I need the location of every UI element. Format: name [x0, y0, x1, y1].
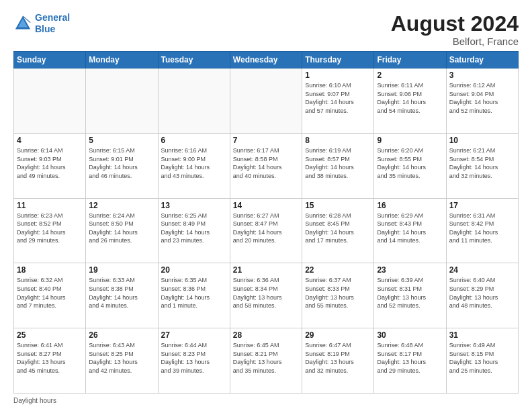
- logo-blue: Blue: [35, 24, 55, 34]
- day-info-28: Sunrise: 6:45 AM Sunset: 8:21 PM Dayligh…: [233, 341, 299, 375]
- day-info-1: Sunrise: 6:10 AM Sunset: 9:07 PM Dayligh…: [305, 81, 371, 115]
- day-cell-14: 14Sunrise: 6:27 AM Sunset: 8:47 PM Dayli…: [230, 198, 302, 263]
- location: Belfort, France: [391, 36, 519, 47]
- day-number-15: 15: [305, 201, 371, 210]
- day-cell-15: 15Sunrise: 6:28 AM Sunset: 8:45 PM Dayli…: [302, 198, 374, 263]
- page: General Blue August 2024 Belfort, France…: [0, 0, 532, 411]
- header: General Blue August 2024 Belfort, France: [13, 12, 519, 47]
- month-year: August 2024: [391, 12, 519, 36]
- day-info-3: Sunrise: 6:12 AM Sunset: 9:04 PM Dayligh…: [449, 81, 515, 115]
- calendar-header-tuesday: Tuesday: [158, 52, 230, 68]
- day-info-22: Sunrise: 6:37 AM Sunset: 8:33 PM Dayligh…: [305, 276, 371, 310]
- day-info-5: Sunrise: 6:15 AM Sunset: 9:01 PM Dayligh…: [89, 146, 154, 180]
- day-info-31: Sunrise: 6:49 AM Sunset: 8:15 PM Dayligh…: [449, 341, 515, 375]
- day-number-7: 7: [233, 136, 299, 145]
- day-info-15: Sunrise: 6:28 AM Sunset: 8:45 PM Dayligh…: [305, 212, 371, 245]
- day-info-17: Sunrise: 6:31 AM Sunset: 8:42 PM Dayligh…: [449, 212, 515, 245]
- day-cell-23: 23Sunrise: 6:39 AM Sunset: 8:31 PM Dayli…: [374, 263, 446, 328]
- week-row-0: 1Sunrise: 6:10 AM Sunset: 9:07 PM Daylig…: [14, 68, 519, 134]
- day-cell-5: 5Sunrise: 6:15 AM Sunset: 9:01 PM Daylig…: [86, 133, 158, 198]
- day-number-25: 25: [17, 330, 83, 340]
- day-info-21: Sunrise: 6:36 AM Sunset: 8:34 PM Dayligh…: [233, 276, 299, 310]
- day-number-16: 16: [377, 201, 443, 210]
- day-number-10: 10: [449, 136, 515, 145]
- day-info-7: Sunrise: 6:17 AM Sunset: 8:58 PM Dayligh…: [233, 146, 299, 180]
- calendar-header-wednesday: Wednesday: [230, 52, 302, 68]
- day-number-20: 20: [161, 265, 227, 275]
- day-info-26: Sunrise: 6:43 AM Sunset: 8:25 PM Dayligh…: [89, 341, 154, 375]
- day-number-31: 31: [449, 330, 515, 340]
- day-number-4: 4: [17, 136, 83, 145]
- day-number-17: 17: [449, 201, 515, 210]
- calendar-header-thursday: Thursday: [302, 52, 374, 68]
- day-number-8: 8: [305, 136, 371, 145]
- logo-text: General Blue: [35, 12, 70, 35]
- day-info-19: Sunrise: 6:33 AM Sunset: 8:38 PM Dayligh…: [89, 276, 154, 310]
- day-info-4: Sunrise: 6:14 AM Sunset: 9:03 PM Dayligh…: [17, 146, 83, 180]
- day-info-2: Sunrise: 6:11 AM Sunset: 9:06 PM Dayligh…: [377, 81, 443, 115]
- day-number-1: 1: [305, 71, 371, 80]
- day-cell-30: 30Sunrise: 6:48 AM Sunset: 8:17 PM Dayli…: [374, 328, 446, 394]
- day-number-26: 26: [89, 330, 154, 340]
- day-info-8: Sunrise: 6:19 AM Sunset: 8:57 PM Dayligh…: [305, 146, 371, 180]
- day-cell-17: 17Sunrise: 6:31 AM Sunset: 8:42 PM Dayli…: [446, 198, 518, 263]
- day-cell-21: 21Sunrise: 6:36 AM Sunset: 8:34 PM Dayli…: [230, 263, 302, 328]
- day-cell-1: 1Sunrise: 6:10 AM Sunset: 9:07 PM Daylig…: [302, 68, 374, 134]
- day-cell-16: 16Sunrise: 6:29 AM Sunset: 8:43 PM Dayli…: [374, 198, 446, 263]
- empty-cell: [230, 68, 302, 134]
- day-number-29: 29: [305, 330, 371, 340]
- day-cell-29: 29Sunrise: 6:47 AM Sunset: 8:19 PM Dayli…: [302, 328, 374, 394]
- day-cell-9: 9Sunrise: 6:20 AM Sunset: 8:55 PM Daylig…: [374, 133, 446, 198]
- title-block: August 2024 Belfort, France: [391, 12, 519, 47]
- day-info-24: Sunrise: 6:40 AM Sunset: 8:29 PM Dayligh…: [449, 276, 515, 310]
- day-number-22: 22: [305, 265, 371, 275]
- day-info-14: Sunrise: 6:27 AM Sunset: 8:47 PM Dayligh…: [233, 212, 299, 245]
- day-number-6: 6: [161, 136, 227, 145]
- day-info-11: Sunrise: 6:23 AM Sunset: 8:52 PM Dayligh…: [17, 212, 83, 245]
- calendar-header-saturday: Saturday: [446, 52, 518, 68]
- day-cell-8: 8Sunrise: 6:19 AM Sunset: 8:57 PM Daylig…: [302, 133, 374, 198]
- day-cell-13: 13Sunrise: 6:25 AM Sunset: 8:49 PM Dayli…: [158, 198, 230, 263]
- logo: General Blue: [13, 12, 70, 35]
- day-number-23: 23: [377, 265, 443, 275]
- day-number-5: 5: [89, 136, 154, 145]
- day-cell-25: 25Sunrise: 6:41 AM Sunset: 8:27 PM Dayli…: [14, 328, 86, 394]
- day-info-20: Sunrise: 6:35 AM Sunset: 8:36 PM Dayligh…: [161, 276, 227, 310]
- day-cell-28: 28Sunrise: 6:45 AM Sunset: 8:21 PM Dayli…: [230, 328, 302, 394]
- day-number-19: 19: [89, 265, 154, 275]
- day-number-18: 18: [17, 265, 83, 275]
- day-cell-6: 6Sunrise: 6:16 AM Sunset: 9:00 PM Daylig…: [158, 133, 230, 198]
- day-number-9: 9: [377, 136, 443, 145]
- day-number-21: 21: [233, 265, 299, 275]
- day-cell-24: 24Sunrise: 6:40 AM Sunset: 8:29 PM Dayli…: [446, 263, 518, 328]
- calendar-header-sunday: Sunday: [14, 52, 86, 68]
- day-info-13: Sunrise: 6:25 AM Sunset: 8:49 PM Dayligh…: [161, 212, 227, 245]
- footer: Daylight hours: [13, 397, 519, 404]
- day-cell-20: 20Sunrise: 6:35 AM Sunset: 8:36 PM Dayli…: [158, 263, 230, 328]
- day-cell-27: 27Sunrise: 6:44 AM Sunset: 8:23 PM Dayli…: [158, 328, 230, 394]
- day-cell-11: 11Sunrise: 6:23 AM Sunset: 8:52 PM Dayli…: [14, 198, 86, 263]
- day-info-30: Sunrise: 6:48 AM Sunset: 8:17 PM Dayligh…: [377, 341, 443, 375]
- day-number-2: 2: [377, 71, 443, 80]
- footer-note: Daylight hours: [13, 397, 56, 404]
- day-cell-18: 18Sunrise: 6:32 AM Sunset: 8:40 PM Dayli…: [14, 263, 86, 328]
- day-cell-12: 12Sunrise: 6:24 AM Sunset: 8:50 PM Dayli…: [86, 198, 158, 263]
- week-row-4: 25Sunrise: 6:41 AM Sunset: 8:27 PM Dayli…: [14, 328, 519, 394]
- day-number-30: 30: [377, 330, 443, 340]
- logo-icon: [13, 14, 32, 33]
- week-row-1: 4Sunrise: 6:14 AM Sunset: 9:03 PM Daylig…: [14, 133, 519, 198]
- calendar-header-monday: Monday: [86, 52, 158, 68]
- empty-cell: [86, 68, 158, 134]
- calendar-table: SundayMondayTuesdayWednesdayThursdayFrid…: [13, 51, 519, 394]
- day-info-10: Sunrise: 6:21 AM Sunset: 8:54 PM Dayligh…: [449, 146, 515, 180]
- day-cell-7: 7Sunrise: 6:17 AM Sunset: 8:58 PM Daylig…: [230, 133, 302, 198]
- day-info-27: Sunrise: 6:44 AM Sunset: 8:23 PM Dayligh…: [161, 341, 227, 375]
- week-row-2: 11Sunrise: 6:23 AM Sunset: 8:52 PM Dayli…: [14, 198, 519, 263]
- day-cell-31: 31Sunrise: 6:49 AM Sunset: 8:15 PM Dayli…: [446, 328, 518, 394]
- day-cell-19: 19Sunrise: 6:33 AM Sunset: 8:38 PM Dayli…: [86, 263, 158, 328]
- day-info-16: Sunrise: 6:29 AM Sunset: 8:43 PM Dayligh…: [377, 212, 443, 245]
- day-info-18: Sunrise: 6:32 AM Sunset: 8:40 PM Dayligh…: [17, 276, 83, 310]
- day-info-12: Sunrise: 6:24 AM Sunset: 8:50 PM Dayligh…: [89, 212, 154, 245]
- day-number-27: 27: [161, 330, 227, 340]
- day-cell-26: 26Sunrise: 6:43 AM Sunset: 8:25 PM Dayli…: [86, 328, 158, 394]
